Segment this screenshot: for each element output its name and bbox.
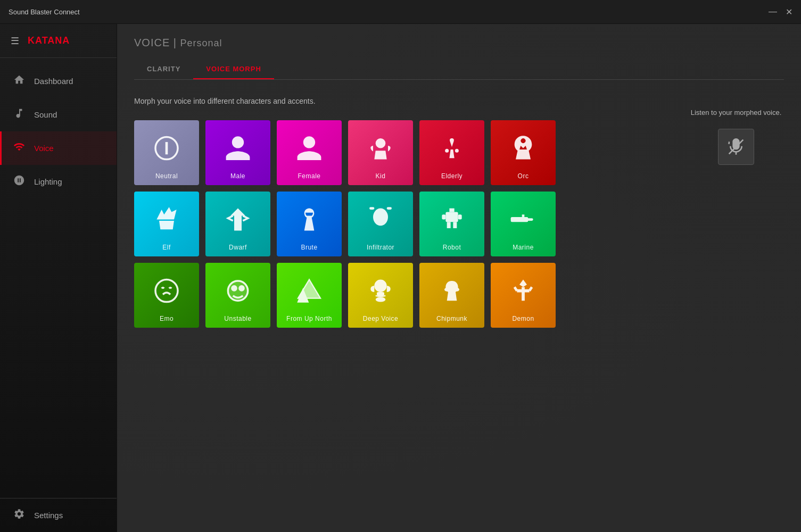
tabs: CLARITY VOICE MORPH — [134, 60, 784, 80]
svg-rect-11 — [448, 214, 451, 217]
close-button[interactable]: ✕ — [786, 7, 792, 17]
voice-card-from-up-north[interactable]: From Up North — [277, 263, 342, 328]
svg-line-39 — [530, 287, 532, 291]
female-label: Female — [298, 172, 320, 180]
sidebar-item-sound[interactable]: Sound — [0, 98, 117, 131]
tab-voice-morph[interactable]: VOICE MORPH — [193, 60, 274, 79]
svg-rect-12 — [453, 214, 456, 217]
page-subtitle: Personal — [180, 38, 222, 48]
voice-card-infiltrator[interactable]: Infiltrator — [348, 192, 413, 256]
title-bar: Sound Blaster Connect — ✕ — [0, 0, 801, 24]
svg-point-31 — [376, 297, 386, 302]
voice-card-dwarf[interactable]: Dwarf — [205, 192, 270, 256]
sidebar-item-voice[interactable]: Voice — [0, 131, 117, 165]
listen-text: Listen to your morphed voice. — [691, 107, 782, 118]
voice-card-female[interactable]: Female — [277, 120, 342, 185]
svg-point-7 — [383, 214, 386, 218]
voice-card-elderly[interactable]: Elderly — [419, 120, 484, 185]
svg-point-29 — [374, 280, 386, 292]
settings-icon — [13, 508, 26, 522]
svg-rect-9 — [387, 207, 392, 210]
voice-card-elf[interactable]: Elf — [134, 192, 199, 256]
sound-icon — [13, 107, 26, 122]
minimize-button[interactable]: — — [769, 7, 777, 17]
brute-label: Brute — [301, 244, 317, 251]
svg-rect-15 — [442, 214, 445, 219]
elderly-label: Elderly — [441, 172, 463, 180]
dwarf-label: Dwarf — [229, 244, 247, 251]
brand-name: KATANA — [28, 35, 70, 46]
elf-label: Elf — [162, 244, 171, 251]
svg-rect-30 — [377, 292, 384, 296]
voice-card-emo[interactable]: Emo — [134, 263, 199, 328]
voice-icon — [13, 141, 26, 155]
svg-point-35 — [455, 288, 459, 292]
unstable-label: Unstable — [224, 315, 251, 322]
demon-label: Demon — [512, 315, 534, 322]
neutral-label: Neutral — [155, 172, 178, 180]
tab-clarity[interactable]: CLARITY — [134, 60, 193, 79]
svg-point-34 — [444, 288, 449, 292]
menu-icon[interactable]: ☰ — [11, 35, 19, 47]
nav-items: Dashboard Sound Voice — [0, 58, 117, 498]
app-container: ☰ KATANA Dashboard Sound — [0, 24, 801, 532]
voice-card-orc[interactable]: Orc — [491, 120, 556, 185]
svg-point-3 — [445, 149, 449, 153]
chipmunk-label: Chipmunk — [436, 315, 467, 322]
sidebar-item-dashboard[interactable]: Dashboard — [0, 64, 117, 98]
title-bar-left: Sound Blaster Connect — [9, 8, 80, 16]
male-label: Male — [230, 172, 245, 180]
dashboard-label: Dashboard — [34, 77, 73, 86]
voice-card-kid[interactable]: Kid — [348, 120, 413, 185]
emo-label: Emo — [160, 315, 174, 322]
svg-point-6 — [375, 214, 379, 218]
voice-label: Voice — [34, 144, 54, 153]
robot-label: Robot — [443, 244, 461, 251]
page-title: VOICE | Personal — [134, 37, 784, 49]
from-up-north-label: From Up North — [286, 315, 332, 322]
lighting-label: Lighting — [34, 177, 62, 186]
svg-rect-16 — [458, 214, 462, 219]
svg-point-25 — [231, 285, 237, 292]
lighting-icon — [13, 174, 26, 189]
sidebar-item-settings[interactable]: Settings — [0, 498, 117, 532]
voice-card-deep-voice[interactable]: Deep Voice — [348, 263, 413, 328]
sound-label: Sound — [34, 110, 57, 119]
voice-row-3: Emo Unstable From Up North — [134, 263, 667, 328]
voice-row-2: Elf Dwarf Brute — [134, 192, 667, 256]
voice-description: Morph your voice into different characte… — [134, 97, 667, 105]
voice-card-neutral[interactable]: Neutral — [134, 120, 199, 185]
voice-row-1: Neutral Male Female — [134, 120, 667, 185]
svg-rect-21 — [522, 214, 525, 217]
voice-card-male[interactable]: Male — [205, 120, 270, 185]
voice-grid-section: Morph your voice into different characte… — [134, 97, 667, 515]
svg-line-38 — [515, 287, 517, 291]
voice-card-demon[interactable]: Demon — [491, 263, 556, 328]
voice-card-brute[interactable]: Brute — [277, 192, 342, 256]
content-area: Morph your voice into different characte… — [117, 80, 801, 532]
svg-rect-8 — [369, 207, 374, 210]
voice-card-robot[interactable]: Robot — [419, 192, 484, 256]
voice-grid: Neutral Male Female — [134, 120, 667, 328]
voice-card-marine[interactable]: Marine — [491, 192, 556, 256]
orc-label: Orc — [518, 172, 529, 180]
voice-card-unstable[interactable]: Unstable — [205, 263, 270, 328]
settings-label: Settings — [34, 511, 63, 520]
sidebar-item-lighting[interactable]: Lighting — [0, 165, 117, 198]
svg-point-26 — [238, 285, 245, 292]
svg-point-2 — [376, 138, 386, 148]
dashboard-icon — [13, 74, 26, 88]
svg-rect-14 — [449, 209, 454, 212]
sidebar-header: ☰ KATANA — [0, 24, 117, 58]
mic-button[interactable] — [718, 129, 754, 165]
svg-point-4 — [455, 149, 459, 153]
svg-rect-17 — [447, 222, 451, 228]
title-bar-controls: — ✕ — [769, 7, 792, 17]
marine-label: Marine — [513, 244, 534, 251]
svg-rect-18 — [453, 222, 457, 228]
page-header: VOICE | Personal CLARITY VOICE MORPH — [117, 24, 801, 80]
kid-label: Kid — [376, 172, 386, 180]
infiltrator-label: Infiltrator — [367, 244, 394, 251]
voice-card-chipmunk[interactable]: Chipmunk — [419, 263, 484, 328]
svg-rect-13 — [448, 220, 456, 221]
